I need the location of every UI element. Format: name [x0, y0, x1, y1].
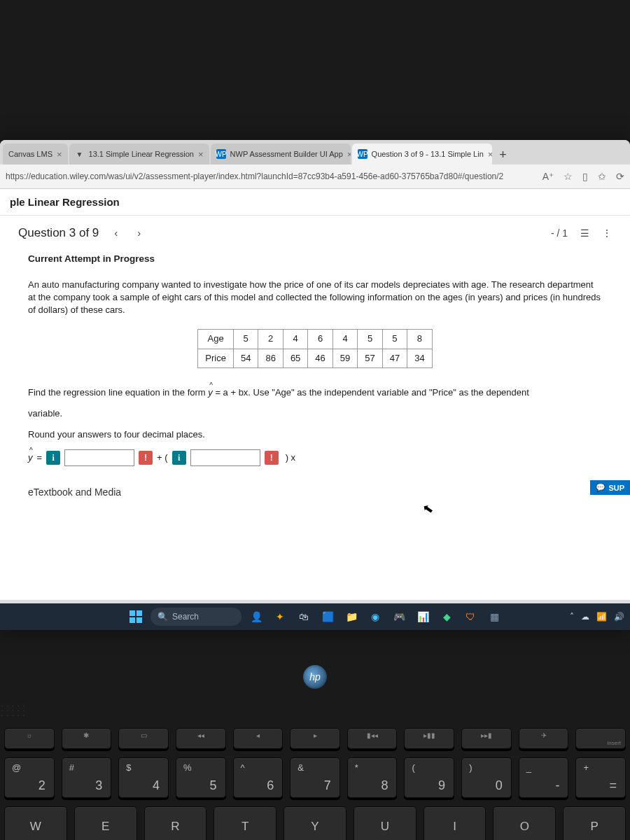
table-row: Age 5 2 4 6 4 5 5 8: [198, 330, 432, 349]
function-key: ▸: [290, 728, 340, 749]
support-tab[interactable]: 💬 SUP: [590, 480, 630, 495]
letter-key: R: [144, 806, 207, 840]
close-icon[interactable]: ×: [57, 149, 62, 160]
tab-nwp-builder[interactable]: WP NWP Assessment Builder UI App ×: [211, 144, 351, 164]
table-row: Price 54 86 65 46 59 57 47 34: [198, 349, 432, 368]
favicon-icon: WP: [358, 149, 368, 159]
number-key: $4: [118, 757, 169, 798]
taskbar-app-icon[interactable]: 📁: [342, 608, 360, 626]
number-key: _-: [519, 757, 569, 798]
info-icon[interactable]: i: [46, 451, 60, 465]
taskbar-app-icon[interactable]: ▦: [485, 608, 503, 626]
equals-sign: =: [37, 451, 43, 464]
taskbar-app-icon[interactable]: ◆: [438, 608, 456, 626]
address-bar: https://education.wiley.com/was/ui/v2/as…: [0, 164, 630, 189]
y-hat-symbol: ^ y: [208, 386, 213, 399]
next-question-button[interactable]: ›: [133, 225, 145, 240]
tab-label: 13.1 Simple Linear Regression: [89, 150, 194, 158]
function-key: ✱: [62, 728, 112, 749]
split-screen-icon[interactable]: ▯: [582, 171, 588, 182]
tab-bar: Canvas LMS × ▼ 13.1 Simple Linear Regres…: [0, 140, 630, 164]
y-hat-symbol: ^ y: [28, 451, 33, 464]
function-key: ☼: [4, 728, 55, 749]
taskbar-app-icon[interactable]: 🎮: [390, 608, 408, 626]
taskbar-app-icon[interactable]: ✦: [271, 608, 289, 626]
more-icon[interactable]: ⋮: [602, 227, 612, 239]
close-icon[interactable]: ×: [347, 149, 351, 160]
tab-question-active[interactable]: WP Question 3 of 9 - 13.1 Simple Lin ×: [352, 144, 492, 164]
question-body: Current Attempt in Progress An auto manu…: [0, 247, 630, 600]
taskbar-app-icon[interactable]: 🛍: [295, 608, 313, 626]
number-key: +=: [575, 757, 626, 798]
warning-icon[interactable]: !: [265, 451, 279, 465]
start-button[interactable]: [127, 608, 145, 626]
question-counter: Question 3 of 9: [18, 226, 99, 240]
cloud-icon[interactable]: ☁: [581, 612, 589, 622]
read-aloud-icon[interactable]: A⁺: [542, 171, 554, 182]
search-icon: 🔍: [158, 612, 168, 622]
close-icon[interactable]: ×: [198, 149, 204, 160]
url-field[interactable]: https://education.wiley.com/was/ui/v2/as…: [6, 172, 542, 181]
number-key: )0: [461, 757, 512, 798]
letter-key: U: [354, 806, 416, 840]
letter-key: I: [424, 806, 486, 840]
plus-open-paren: + (: [157, 451, 168, 464]
function-key: ▭: [118, 728, 169, 749]
number-key: #3: [62, 757, 112, 798]
new-tab-button[interactable]: +: [493, 145, 513, 164]
favicon-icon: ▼: [75, 149, 85, 159]
taskbar-app-icon[interactable]: 👤: [247, 608, 265, 626]
taskbar-app-icon[interactable]: ◉: [366, 608, 384, 626]
svg-rect-1: [136, 610, 142, 616]
number-key: (9: [404, 757, 454, 798]
taskbar-app-icon[interactable]: 📊: [414, 608, 432, 626]
close-paren-x: ) x: [286, 451, 295, 464]
volume-icon[interactable]: 🔊: [614, 612, 624, 622]
svg-rect-0: [130, 610, 135, 616]
function-key: ✈: [519, 728, 569, 749]
taskbar-app-icon[interactable]: 🟦: [318, 608, 337, 626]
page-title: ple Linear Regression: [0, 189, 630, 216]
slope-input[interactable]: [190, 449, 260, 466]
taskbar-search[interactable]: 🔍 Search: [150, 608, 241, 626]
warning-icon[interactable]: !: [139, 451, 153, 465]
tab-canvas[interactable]: Canvas LMS ×: [3, 144, 68, 164]
system-tray[interactable]: ˄ ☁ 📶 🔊: [570, 612, 624, 622]
instruction-line-1c: variable.: [28, 407, 602, 420]
close-icon[interactable]: ×: [488, 149, 492, 160]
function-key: ▮◂◂: [347, 728, 398, 749]
score-display: - / 1: [551, 227, 568, 239]
info-icon[interactable]: i: [172, 451, 186, 465]
sync-icon[interactable]: ⟳: [616, 171, 624, 182]
letter-key: P: [563, 806, 626, 840]
etextbook-link[interactable]: eTextbook and Media: [28, 486, 602, 500]
prev-question-button[interactable]: ‹: [110, 225, 122, 240]
browser-window: Canvas LMS × ▼ 13.1 Simple Linear Regres…: [0, 140, 630, 630]
letter-key: Y: [284, 806, 346, 840]
number-key: &7: [290, 757, 340, 798]
letter-key: W: [4, 806, 67, 840]
list-icon[interactable]: ☰: [580, 227, 589, 239]
function-key: insert: [575, 728, 626, 749]
instruction-line-2: Round your answers to four decimal place…: [28, 428, 602, 441]
favicon-icon: WP: [216, 149, 226, 159]
collections-icon[interactable]: ✩: [598, 171, 606, 182]
tab-label: Question 3 of 9 - 13.1 Simple Lin: [372, 150, 484, 158]
svg-rect-3: [136, 617, 142, 623]
search-placeholder: Search: [172, 612, 199, 622]
chevron-up-icon[interactable]: ˄: [570, 612, 574, 622]
tab-label: NWP Assessment Builder UI App: [230, 150, 343, 158]
hp-logo: hp: [303, 665, 327, 689]
wifi-icon[interactable]: 📶: [596, 612, 607, 622]
tab-regression[interactable]: ▼ 13.1 Simple Linear Regression ×: [69, 144, 209, 164]
speaker-grille: • • • • • • • • • • • • • • •: [1, 704, 26, 718]
windows-taskbar: 🔍 Search 👤 ✦ 🛍 🟦 📁 ◉ 🎮 📊 ◆ 🛡 ▦ ˄ ☁ 📶 🔊: [0, 603, 630, 630]
intercept-input[interactable]: [64, 449, 134, 466]
tab-label: Canvas LMS: [8, 150, 52, 158]
equation-input-row: ^ y = i ! + ( i ! ) x: [28, 449, 602, 466]
function-key: ◂◂: [176, 728, 226, 749]
taskbar-app-icon[interactable]: 🛡: [461, 608, 479, 626]
favorite-icon[interactable]: ☆: [564, 171, 573, 182]
number-key: *8: [347, 757, 398, 798]
instruction-line-1: Find the regression line equation in the…: [28, 386, 602, 399]
